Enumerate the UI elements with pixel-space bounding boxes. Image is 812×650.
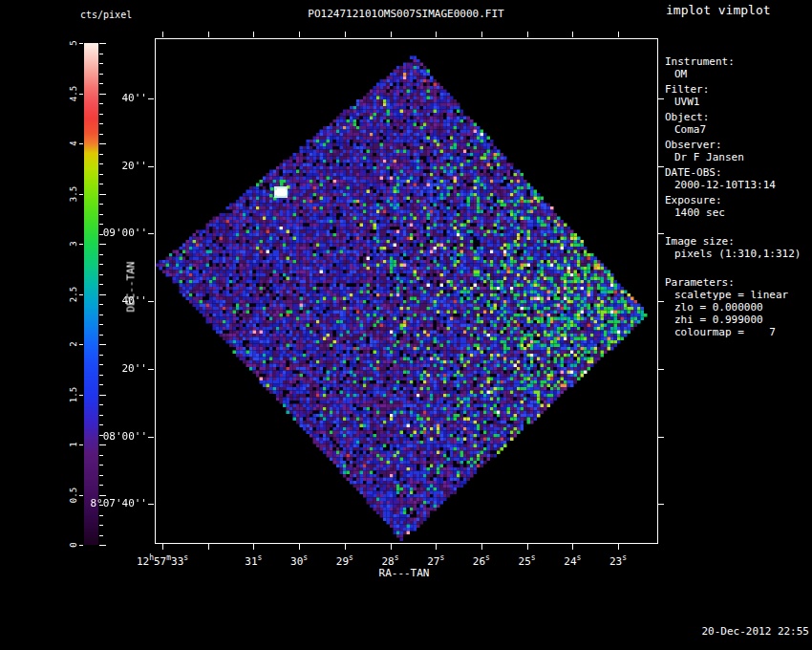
image-frame [155,38,658,544]
colorbar-minor-tick [99,475,103,476]
fits-image-canvas [156,39,655,541]
x-axis-tick [481,544,482,550]
x-axis-tick-label: 24s [564,553,581,568]
colorbar-major-tick [99,194,106,195]
colorbar-minor-tick [99,535,103,536]
info-label: Object: [665,111,810,123]
x-axis-tick-label: 23s [609,553,627,568]
colorbar-minor-tick [99,214,103,215]
colorbar-minor-tick [99,274,103,275]
x-axis-tick [618,544,619,550]
y-axis-tick [148,437,154,438]
info-group: DATE-OBS:2000-12-10T13:14 [665,166,810,191]
colorbar-major-tick [79,545,83,546]
colorbar-major-tick [99,43,106,44]
x-axis-tick-label: 29s [336,553,353,568]
info-group: Exposure:1400 sec [665,194,810,219]
info-value: OM [665,68,810,80]
colorbar-minor-tick [99,335,103,336]
colorbar-tick-label: 5 [69,40,78,45]
timestamp: 20-Dec-2012 22:55 [701,625,809,638]
info-value: Dr F Jansen [665,151,810,163]
x-axis-tick [391,544,392,550]
y-axis-tick [148,301,154,302]
x-axis-tick [436,544,437,550]
colorbar-tick-label: 1 [69,442,78,446]
x-axis-tick [527,544,528,550]
colorbar-tick-label: 3 [69,241,78,246]
colorbar-major-tick [99,244,106,245]
colorbar-minor-tick [99,103,103,104]
info-label: Filter: [665,83,810,96]
x-axis-tick [253,544,254,550]
info-group: Object:Coma7 [665,111,810,136]
x-axis-tick [572,544,573,550]
x-axis-top-tick [481,32,482,37]
app-title: implot vimplot [666,4,771,16]
colorbar-minor-tick [99,114,103,115]
x-axis-top-tick [345,32,346,37]
x-axis-top-tick [436,32,437,37]
colorbar-major-tick [99,344,106,345]
x-axis-top-tick [572,32,573,37]
x-axis-top-tick [299,32,300,37]
colorbar-major-tick [79,43,83,44]
info-value: 2000-12-10T13:14 [665,179,810,191]
y-axis-tick-label: 20'' [122,160,148,172]
x-axis-top-tick [391,32,392,37]
colorbar-tick-label: 4 [69,141,78,145]
colorbar-minor-tick [99,404,103,405]
colorbar-minor-tick [99,485,103,486]
colorbar-tick-label: 2.5 [69,286,78,301]
colorbar-major-tick [99,495,106,496]
colorbar-minor-tick [99,174,103,175]
colorbar-minor-tick [99,224,103,225]
y-axis-right-tick [658,98,664,99]
y-axis-tick-label: 8°07'40'' [90,497,147,509]
colorbar-major-tick [99,545,106,546]
colorbar-minor-tick [99,83,103,84]
y-axis-tick [148,369,154,370]
colorbar-minor-tick [99,284,103,285]
y-axis-tick-label: 20'' [122,362,148,375]
info-group: Image size:pixels (1:310,1:312) [665,235,810,260]
colorbar-minor-tick [99,364,103,365]
colorbar-tick-label: 1.5 [69,386,78,401]
x-axis-top-tick [208,32,209,37]
colorbar-major-tick [99,143,106,144]
colorbar-title: cts/pixel [80,9,132,21]
info-value: zhi = 0.999000 [665,314,810,326]
colorbar-minor-tick [99,455,103,456]
colorbar-minor-tick [99,204,103,205]
colorbar-minor-tick [99,384,103,385]
colorbar-minor-tick [99,184,103,184]
info-value: Coma7 [665,123,810,136]
x-axis-tick [299,544,300,550]
info-value: colourmap = 7 [665,326,810,338]
y-axis-right-tick [658,233,664,234]
x-axis-tick-label: 12h57m33s [137,553,188,568]
colorbar-tick-label: 4.5 [69,85,78,100]
x-axis-tick-label: 28s [381,553,398,568]
info-group: Instrument:OM [665,55,810,80]
colorbar-major-tick [79,344,83,345]
colorbar-major-tick [99,395,106,396]
y-axis-tick [148,233,154,234]
colorbar-minor-tick [99,415,103,416]
x-axis-label: RA---TAN [379,567,430,579]
info-label: Image size: [665,235,810,248]
colorbar-major-tick [79,143,83,144]
colorbar-major-tick [79,194,83,195]
colorbar-minor-tick [99,424,103,425]
info-label: Observer: [665,139,810,151]
info-label: Exposure: [665,194,810,206]
colorbar-tick-label: 3.5 [69,185,78,201]
x-axis-top-tick [253,32,254,37]
x-axis-tick [345,544,346,550]
colorbar-tick-label: 0 [69,542,78,547]
y-axis-tick [148,98,154,99]
colorbar-minor-tick [99,54,103,54]
colorbar-tick-label: 0.5 [69,487,78,502]
y-axis-label: DEC--TAN [125,262,138,313]
colorbar-minor-tick [99,355,103,356]
